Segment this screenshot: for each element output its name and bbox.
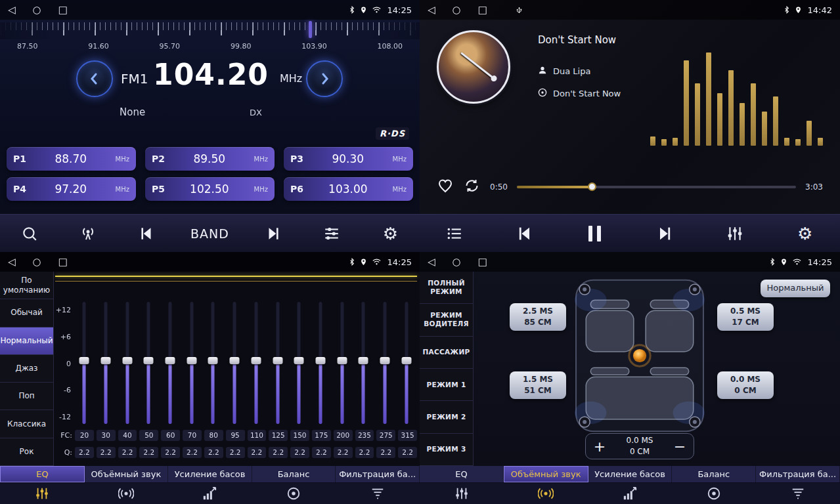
- listening-mode-item-0[interactable]: ПОЛНЫЙ РЕЖИМ: [420, 272, 473, 304]
- rear-left-delay-button[interactable]: 1.5 MS 51 CM: [510, 371, 566, 399]
- front-left-delay-button[interactable]: 2.5 MS 85 CM: [510, 303, 566, 331]
- eq-preset-item-4[interactable]: Поп: [0, 383, 53, 410]
- home-button[interactable]: ○: [453, 5, 461, 15]
- broadcast-scan-icon[interactable]: [74, 219, 102, 248]
- listening-mode-item-3[interactable]: РЕЖИМ 1: [420, 369, 473, 401]
- preset-button-p1[interactable]: P188.70MHz: [7, 147, 136, 171]
- home-button[interactable]: ○: [33, 5, 41, 15]
- listening-mode-item-5[interactable]: РЕЖИМ 3: [420, 434, 473, 466]
- eq-band-slider-315[interactable]: [395, 302, 417, 424]
- eq-band-slider-70[interactable]: [181, 302, 202, 424]
- tune-down-button[interactable]: [76, 60, 113, 97]
- eq-band-slider-95[interactable]: [224, 302, 246, 424]
- tab-filter[interactable]: Фильтрация ба...: [756, 466, 840, 482]
- preset-button-p4[interactable]: P497.20MHz: [7, 177, 136, 201]
- eq-band-slider-200[interactable]: [331, 302, 353, 424]
- slider-handle[interactable]: [187, 357, 196, 364]
- balance-tab-icon[interactable]: [252, 483, 336, 504]
- recents-button[interactable]: □: [478, 257, 487, 267]
- surround-tab-icon[interactable]: [504, 483, 588, 504]
- settings-gear-icon[interactable]: ⚙: [376, 219, 405, 248]
- listening-mode-item-1[interactable]: РЕЖИМ ВОДИТЕЛЯ: [420, 304, 473, 336]
- eq-preset-item-1[interactable]: Обычай: [0, 299, 53, 327]
- slider-handle[interactable]: [401, 357, 411, 364]
- eq-band-slider-275[interactable]: [374, 302, 396, 424]
- progress-bar[interactable]: [517, 186, 796, 188]
- search-stations-icon[interactable]: [15, 219, 44, 248]
- pause-button[interactable]: [581, 219, 609, 248]
- slider-handle[interactable]: [122, 357, 132, 364]
- equalizer-icon[interactable]: [720, 219, 749, 248]
- slider-handle[interactable]: [208, 357, 218, 364]
- eq-preset-item-0[interactable]: По умолчанию: [0, 272, 53, 299]
- home-button[interactable]: ○: [33, 257, 41, 267]
- slider-handle[interactable]: [101, 357, 111, 364]
- rear-right-delay-button[interactable]: 0.0 MS 0 CM: [717, 371, 774, 399]
- next-station-icon[interactable]: [259, 219, 288, 248]
- tab-bass-boost[interactable]: Усиление басов: [168, 466, 252, 482]
- back-button[interactable]: ◁: [428, 5, 435, 15]
- eq-band-slider-80[interactable]: [202, 302, 224, 424]
- eq-preset-item-2[interactable]: Нормальный: [0, 327, 53, 355]
- preset-button-p2[interactable]: P289.50MHz: [145, 147, 275, 171]
- tab-bass-boost[interactable]: Усиление басов: [588, 466, 673, 482]
- eq-band-slider-40[interactable]: [116, 302, 138, 424]
- slider-handle[interactable]: [380, 357, 389, 364]
- eq-tab-icon[interactable]: [420, 483, 504, 504]
- front-right-delay-button[interactable]: 0.5 MS 17 CM: [717, 303, 774, 331]
- tune-up-button[interactable]: [306, 60, 343, 97]
- tab-surround[interactable]: Объёмный звук: [504, 466, 588, 482]
- slider-handle[interactable]: [359, 357, 368, 364]
- next-track-icon[interactable]: [650, 219, 679, 248]
- slider-handle[interactable]: [230, 357, 240, 364]
- eq-preset-item-5[interactable]: Классика: [0, 410, 53, 438]
- listening-mode-item-4[interactable]: РЕЖИМ 2: [420, 401, 473, 433]
- eq-tab-icon[interactable]: [0, 483, 84, 504]
- eq-band-slider-150[interactable]: [288, 302, 310, 424]
- eq-band-slider-50[interactable]: [138, 302, 160, 424]
- filter-tab-icon[interactable]: [336, 483, 420, 504]
- audio-settings-icon[interactable]: [317, 219, 346, 248]
- slider-handle[interactable]: [251, 357, 261, 364]
- slider-handle[interactable]: [273, 357, 282, 364]
- filter-tab-icon[interactable]: [756, 483, 840, 504]
- tab-filter[interactable]: Фильтрация ба...: [336, 466, 420, 482]
- eq-band-slider-110[interactable]: [246, 302, 267, 424]
- increase-delay-button[interactable]: +: [586, 434, 613, 459]
- slider-handle[interactable]: [337, 357, 347, 364]
- back-button[interactable]: ◁: [8, 5, 16, 15]
- slider-handle[interactable]: [294, 357, 304, 364]
- eq-preset-item-6[interactable]: Рок: [0, 438, 53, 466]
- slider-handle[interactable]: [79, 357, 89, 364]
- favorite-icon[interactable]: [437, 178, 454, 196]
- settings-gear-icon[interactable]: ⚙: [791, 219, 820, 248]
- profile-button[interactable]: Нормальный: [761, 280, 830, 297]
- tab-surround[interactable]: Объёмный звук: [85, 466, 169, 482]
- eq-band-slider-20[interactable]: [74, 302, 95, 424]
- playlist-icon[interactable]: [440, 219, 469, 248]
- decrease-delay-button[interactable]: −: [666, 434, 694, 459]
- back-button[interactable]: ◁: [8, 257, 16, 267]
- recents-button[interactable]: □: [58, 5, 68, 15]
- back-button[interactable]: ◁: [428, 257, 435, 267]
- previous-station-icon[interactable]: [132, 219, 161, 248]
- recents-button[interactable]: □: [478, 5, 487, 15]
- band-button[interactable]: BAND: [190, 219, 229, 248]
- eq-band-slider-235[interactable]: [353, 302, 374, 424]
- repeat-icon[interactable]: [463, 178, 481, 196]
- home-button[interactable]: ○: [453, 257, 461, 267]
- listening-mode-item-2[interactable]: ПАССАЖИР: [420, 337, 473, 369]
- preset-button-p3[interactable]: P390.30MHz: [284, 147, 413, 171]
- bass-boost-tab-icon[interactable]: [588, 483, 672, 504]
- tab-eq[interactable]: EQ: [420, 466, 504, 482]
- eq-band-slider-125[interactable]: [267, 302, 288, 424]
- eq-band-slider-60[interactable]: [160, 302, 181, 424]
- tab-balance[interactable]: Баланс: [672, 466, 756, 482]
- tab-balance[interactable]: Баланс: [252, 466, 336, 482]
- bass-boost-tab-icon[interactable]: [168, 483, 252, 504]
- preset-button-p6[interactable]: P6103.00MHz: [284, 177, 413, 201]
- recents-button[interactable]: □: [58, 257, 68, 267]
- slider-handle[interactable]: [315, 357, 325, 364]
- previous-track-icon[interactable]: [510, 219, 539, 248]
- tab-eq[interactable]: EQ: [0, 466, 85, 482]
